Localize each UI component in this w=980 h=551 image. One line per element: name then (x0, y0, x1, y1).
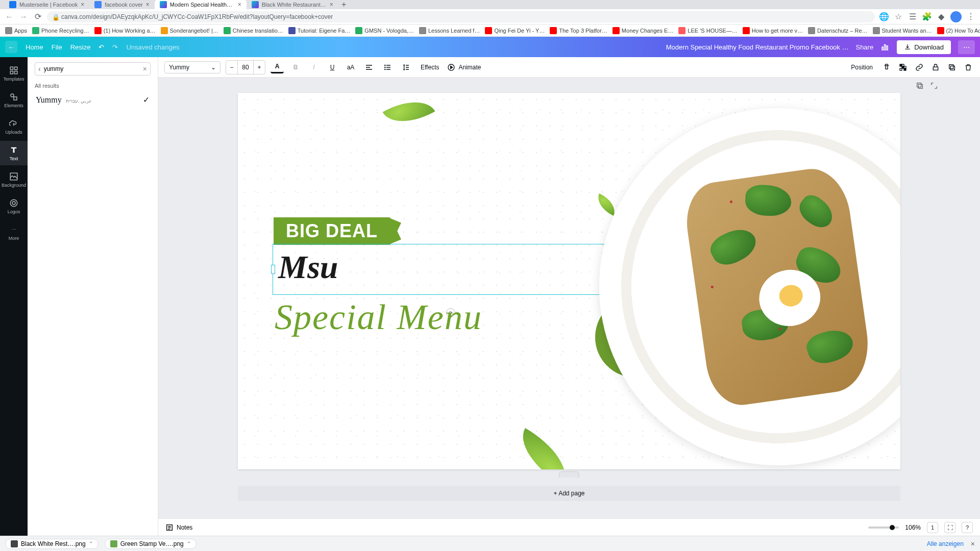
sidenav-text[interactable]: Text (0, 141, 28, 165)
big-deal-badge[interactable]: BIG DEAL (274, 217, 390, 245)
font-search-field[interactable]: ‹ × (35, 62, 151, 76)
redo-button[interactable]: ↷ (112, 43, 118, 51)
undo-button[interactable]: ↶ (99, 43, 104, 51)
chevron-up-icon[interactable]: ⌃ (89, 541, 93, 546)
graph-icon[interactable] (880, 42, 890, 52)
resize-button[interactable]: Resize (70, 43, 91, 51)
sidenav-background[interactable]: Background (0, 167, 28, 192)
increase-font-button[interactable]: + (254, 61, 265, 74)
bookmark-item[interactable]: Sonderangebot! |… (161, 27, 218, 34)
zoom-value[interactable]: 106% (905, 524, 921, 531)
fullscreen-button[interactable]: ⛶ (944, 522, 955, 533)
bookmark-item[interactable]: Student Wants an… (873, 27, 932, 34)
effects-button[interactable]: Effects (418, 64, 442, 71)
browser-tab[interactable]: Black White Restaurant Typog× (247, 0, 338, 10)
browser-tab-active[interactable]: Modern Special Healthy Food× (155, 0, 247, 10)
share-button[interactable]: Share (855, 43, 873, 51)
food-plate-image[interactable] (599, 108, 900, 465)
canvas-viewport[interactable]: BIG DEAL Msu ⟳ Special Menu Promo 35% Of… (158, 78, 980, 518)
download-button[interactable]: Download (897, 40, 951, 54)
bookmark-item[interactable]: Datenschutz – Re… (808, 27, 867, 34)
font-family-dropdown[interactable]: Yummy ⌄ (164, 61, 220, 73)
show-all-downloads[interactable]: Alle anzeigen (927, 540, 964, 547)
help-button[interactable]: ? (962, 522, 973, 533)
font-search-input[interactable] (44, 65, 140, 72)
add-page-button[interactable]: + Add page (238, 486, 900, 501)
page-indicator[interactable]: 1 (927, 522, 938, 533)
link-button[interactable] (914, 62, 925, 73)
browser-menu-button[interactable]: ⋮ (966, 12, 976, 21)
close-icon[interactable]: × (146, 1, 150, 8)
expand-page-icon[interactable] (930, 82, 939, 91)
reading-list-icon[interactable]: ☰ (908, 12, 918, 22)
bold-button[interactable]: B (289, 61, 302, 74)
document-title[interactable]: Modern Special Healthy Food Restaurant P… (666, 43, 849, 51)
browser-tab[interactable]: Musterseite | Facebook× (4, 0, 89, 10)
bookmark-item[interactable]: Qing Fei De Yi - Y… (485, 27, 545, 34)
download-item[interactable]: Green Stamp Ve….png ⌃ (105, 539, 197, 549)
special-menu-text[interactable]: Special Menu (275, 297, 482, 338)
reload-button[interactable]: ⟳ (33, 12, 43, 22)
close-icon[interactable]: × (330, 1, 333, 8)
home-button[interactable]: Home (26, 43, 43, 51)
list-button[interactable] (381, 61, 394, 74)
italic-button[interactable]: I (307, 61, 321, 74)
sidenav-templates[interactable]: Templates (0, 61, 28, 86)
profile-avatar[interactable] (950, 11, 962, 22)
underline-button[interactable]: U (326, 61, 339, 74)
close-icon[interactable]: × (971, 540, 975, 548)
page-expand-handle[interactable] (559, 471, 579, 478)
file-menu[interactable]: File (52, 43, 62, 51)
bookmark-item[interactable]: The Top 3 Platfor… (550, 27, 607, 34)
lock-button[interactable] (930, 62, 941, 73)
bookmark-item[interactable]: Money Changes E… (612, 27, 674, 34)
translate-icon[interactable]: 🌐 (879, 12, 889, 22)
text-color-button[interactable]: A (271, 61, 284, 73)
extension-button[interactable]: ◆ (936, 12, 946, 22)
sidenav-uploads[interactable]: Uploads (0, 114, 28, 139)
copy-style-button[interactable] (881, 62, 892, 73)
chevron-up-icon[interactable]: ⌃ (187, 541, 191, 546)
bookmark-item[interactable]: Phone Recycling… (32, 27, 89, 34)
delete-button[interactable] (963, 62, 974, 73)
close-icon[interactable]: × (238, 1, 241, 8)
bookmark-item[interactable]: Lessons Learned f… (419, 27, 480, 34)
sidenav-more[interactable]: ⋯More (0, 220, 28, 245)
case-button[interactable]: aA (344, 61, 357, 74)
decrease-font-button[interactable]: − (226, 61, 237, 74)
animate-button[interactable]: Animate (447, 63, 481, 71)
bookmark-item[interactable]: Tutorial: Eigene Fa… (288, 27, 351, 34)
star-icon[interactable]: ☆ (893, 12, 903, 22)
design-artboard[interactable]: BIG DEAL Msu ⟳ Special Menu Promo 35% Of… (238, 93, 900, 469)
apps-button[interactable]: Apps (5, 27, 27, 34)
editing-text-content[interactable]: Msu (278, 248, 338, 286)
font-result-item[interactable]: Yummy عربي ,עברית ✓ (35, 92, 151, 108)
extensions-icon[interactable]: 🧩 (922, 12, 932, 22)
font-size-value[interactable]: 80 (237, 61, 254, 74)
new-tab-button[interactable]: + (338, 0, 350, 9)
forward-button[interactable]: → (18, 12, 29, 22)
sidenav-logos[interactable]: Logos (0, 194, 28, 218)
back-button[interactable]: ← (4, 12, 14, 22)
sidenav-elements[interactable]: Elements (0, 88, 28, 112)
duplicate-button[interactable] (946, 62, 958, 73)
bookmark-item[interactable]: How to get more v… (743, 27, 803, 34)
position-button[interactable]: Position (848, 64, 876, 71)
transparency-button[interactable] (897, 62, 909, 73)
bookmark-item[interactable]: Chinese translatio… (224, 27, 283, 34)
text-element-editing[interactable]: Msu (273, 244, 620, 295)
more-menu-button[interactable]: ⋯ (958, 40, 975, 54)
spacing-button[interactable] (399, 61, 412, 74)
bookmark-item[interactable]: (1) How Working a… (94, 27, 156, 34)
duplicate-page-icon[interactable] (916, 82, 925, 91)
notes-button[interactable]: Notes (165, 523, 192, 532)
bookmark-item[interactable]: LEE 'S HOUSE—… (678, 27, 737, 34)
download-item[interactable]: Black White Rest….png ⌃ (5, 539, 99, 549)
bookmark-item[interactable]: GMSN - Vologda,… (355, 27, 414, 34)
back-arrow-button[interactable]: ← (5, 41, 17, 53)
close-icon[interactable]: × (81, 1, 84, 8)
bookmark-item[interactable]: (2) How To Add A… (937, 27, 980, 34)
zoom-slider[interactable] (868, 527, 899, 529)
clear-icon[interactable]: × (143, 65, 147, 73)
address-bar[interactable]: 🔒 canva.com/design/DAEyzqkApKc/U_jCWYCc-… (47, 11, 875, 22)
